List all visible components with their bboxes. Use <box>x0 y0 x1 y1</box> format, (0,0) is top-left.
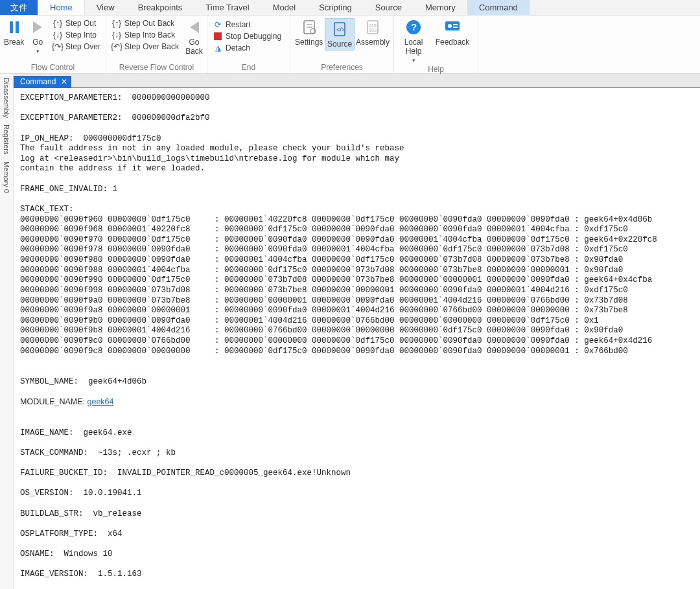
source-pref-button[interactable]: </> Source <box>325 18 355 51</box>
svg-rect-19 <box>453 27 458 28</box>
step-into-back-button[interactable]: {↓}Step Into Back <box>110 30 180 40</box>
step-out-icon: {↑} <box>52 19 63 28</box>
svg-point-8 <box>310 29 316 34</box>
tab-scripting[interactable]: Scripting <box>307 0 364 15</box>
go-back-label: Go Back <box>185 38 203 56</box>
group-flow-control: Break Go {↑}Step Out {↓}Step Into {↷}Ste… <box>0 16 106 73</box>
svg-text:0101: 0101 <box>369 23 379 28</box>
svg-rect-18 <box>453 24 458 25</box>
group-help: ? Local Help Feedback Help <box>394 16 478 73</box>
restart-button[interactable]: ⟳Restart <box>211 19 283 30</box>
command-output[interactable]: EXCEPTION_PARAMETER1: 0000000000000000 E… <box>14 88 700 589</box>
svg-text:</>: </> <box>336 27 345 33</box>
tab-view[interactable]: View <box>85 0 126 15</box>
step-out-back-icon: {↑} <box>111 19 122 28</box>
svg-point-17 <box>448 24 452 28</box>
pause-icon <box>8 18 21 36</box>
svg-rect-16 <box>445 21 460 30</box>
play-icon <box>32 18 43 36</box>
panel-tabbar: Command ✕ <box>14 74 700 88</box>
svg-marker-2 <box>33 21 42 33</box>
step-over-back-button[interactable]: {↶}Step Over Back <box>110 41 180 52</box>
group-reverse-flow: {↑}Step Out Back {↓}Step Into Back {↶}St… <box>106 16 207 73</box>
step-into-icon: {↓} <box>52 30 63 40</box>
ribbon-tabbar: 文件 Home View Breakpoints Time Travel Mod… <box>0 0 700 16</box>
feedback-icon <box>444 18 461 36</box>
sidebar-registers[interactable]: Registers <box>3 123 10 156</box>
help-icon: ? <box>405 18 422 36</box>
module-name-link[interactable]: geek64 <box>88 397 114 406</box>
stop-icon <box>213 32 223 40</box>
svg-text:?: ? <box>411 21 417 32</box>
svg-text:1010: 1010 <box>369 28 379 32</box>
close-icon[interactable]: ✕ <box>61 77 67 86</box>
go-button[interactable]: Go <box>29 18 46 54</box>
group-label-help: Help <box>398 64 474 74</box>
step-over-button[interactable]: {↷}Step Over <box>51 41 102 52</box>
tab-time-travel[interactable]: Time Travel <box>194 0 261 15</box>
ribbon: Break Go {↑}Step Out {↓}Step Into {↷}Ste… <box>0 16 700 74</box>
sidebar-memory-0[interactable]: Memory 0 <box>3 160 10 194</box>
svg-marker-3 <box>190 21 199 33</box>
restart-icon: ⟳ <box>213 20 223 29</box>
tab-file[interactable]: 文件 <box>0 0 38 15</box>
detach-button[interactable]: ◮Detach <box>211 43 283 53</box>
group-label-flow: Flow Control <box>4 62 102 72</box>
stop-debugging-button[interactable]: Stop Debugging <box>211 31 283 41</box>
step-over-icon: {↷} <box>52 42 63 51</box>
settings-icon <box>301 18 317 36</box>
step-over-back-icon: {↶} <box>111 42 122 51</box>
feedback-button[interactable]: Feedback <box>433 18 472 47</box>
step-out-back-button[interactable]: {↑}Step Out Back <box>110 18 180 29</box>
play-reverse-icon <box>189 18 200 36</box>
group-end: ⟳Restart Stop Debugging ◮Detach End <box>207 16 290 73</box>
group-label-end: End <box>211 62 286 72</box>
tab-source[interactable]: Source <box>364 0 414 15</box>
group-preferences: Settings </> Source 01011010 Assembly Pr… <box>290 16 394 73</box>
go-back-button[interactable]: Go Back <box>185 18 203 56</box>
tab-command[interactable]: Command <box>467 0 530 15</box>
detach-icon: ◮ <box>213 43 223 52</box>
svg-rect-1 <box>16 21 19 33</box>
step-out-button[interactable]: {↑}Step Out <box>51 18 102 29</box>
tab-breakpoints[interactable]: Breakpoints <box>126 0 194 15</box>
assembly-pref-button[interactable]: 01011010 Assembly <box>356 18 390 47</box>
tab-home[interactable]: Home <box>38 0 85 15</box>
break-button[interactable]: Break <box>4 18 24 47</box>
step-into-button[interactable]: {↓}Step Into <box>51 30 102 40</box>
tab-memory[interactable]: Memory <box>414 0 467 15</box>
source-icon: </> <box>332 20 347 38</box>
svg-rect-4 <box>214 32 222 40</box>
step-into-back-icon: {↓} <box>111 30 122 40</box>
settings-button[interactable]: Settings <box>294 18 323 47</box>
tab-model[interactable]: Model <box>261 0 307 15</box>
left-sidebar: Disassembly Registers Memory 0 <box>0 74 14 589</box>
group-label-prefs: Preferences <box>294 62 390 72</box>
svg-rect-0 <box>10 21 13 33</box>
panel-tab-command[interactable]: Command ✕ <box>14 76 71 87</box>
go-label: Go <box>32 38 43 47</box>
group-label-reverse: Reverse Flow Control <box>110 62 203 72</box>
local-help-button[interactable]: ? Local Help <box>398 18 429 64</box>
sidebar-disassembly[interactable]: Disassembly <box>3 76 10 119</box>
assembly-icon: 01011010 <box>365 18 380 36</box>
break-label: Break <box>4 38 24 47</box>
